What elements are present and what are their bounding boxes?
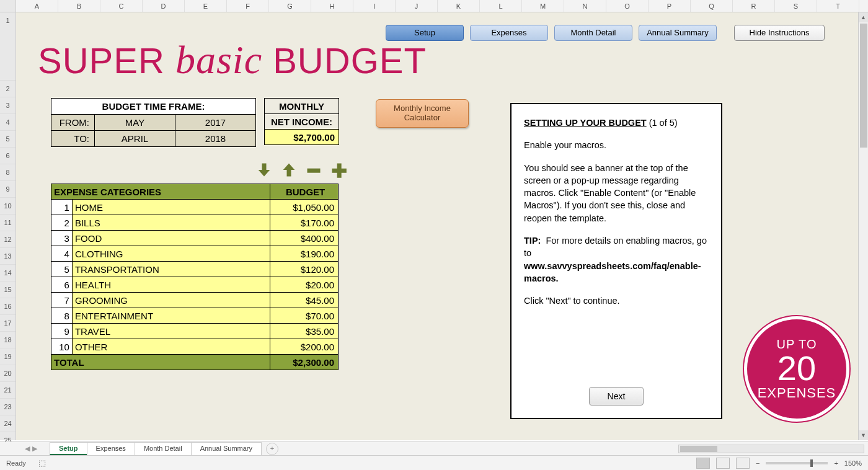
new-sheet-button[interactable]: + [266,443,278,455]
page-layout-view-button[interactable] [716,458,730,469]
nav-annual-summary-button[interactable]: Annual Summary [639,25,717,41]
scroll-down-icon[interactable]: ▼ [859,430,868,440]
column-header[interactable]: P [649,0,691,12]
vertical-scrollbar[interactable]: ▲ ▼ [858,12,868,440]
expense-name[interactable]: GROOMING [72,293,270,308]
row-header[interactable]: 6 [0,148,16,164]
column-header[interactable]: G [269,0,311,12]
expense-amount[interactable]: $400.00 [270,231,339,246]
plus-icon[interactable] [330,161,347,179]
netincome-amount[interactable]: $2,700.00 [265,130,339,145]
row-header[interactable]: 5 [0,131,16,148]
page-break-view-button[interactable] [736,458,750,469]
next-button[interactable]: Next [589,387,644,406]
sheet-tab-month-detail[interactable]: Month Detail [135,442,192,455]
horizontal-scrollbar[interactable] [678,445,864,453]
column-header[interactable]: B [58,0,100,12]
row-header[interactable]: 10 [0,198,16,215]
row-header[interactable]: 16 [0,298,16,315]
row-header[interactable]: 12 [0,231,16,248]
column-header[interactable]: E [185,0,227,12]
zoom-level[interactable]: 150% [844,459,862,467]
expense-name[interactable]: ENTERTAINMENT [72,308,270,324]
expense-amount[interactable]: $70.00 [270,308,339,324]
column-header[interactable]: F [227,0,269,12]
arrow-up-icon[interactable] [280,161,298,179]
expense-amount[interactable]: $35.00 [270,324,339,339]
row-header[interactable]: 13 [0,248,16,265]
expense-name[interactable]: BILLS [72,215,270,231]
column-header[interactable]: I [353,0,396,12]
row-header[interactable]: 17 [0,315,16,332]
expense-name[interactable]: TRAVEL [72,324,270,339]
expense-name[interactable]: HEALTH [72,277,270,293]
expense-amount[interactable]: $200.00 [270,339,339,355]
from-year[interactable]: 2017 [175,115,256,131]
column-header[interactable]: K [438,0,480,12]
row-header[interactable]: 2 [0,81,16,97]
arrow-down-icon[interactable] [255,161,273,179]
tab-nav-controls[interactable]: ◀▶ [25,445,37,453]
expense-name[interactable]: OTHER [72,339,270,355]
column-header[interactable]: S [775,0,817,12]
sheet-tab-annual-summary[interactable]: Annual Summary [191,442,262,455]
expense-amount[interactable]: $120.00 [270,262,339,277]
nav-setup-button[interactable]: Setup [386,25,464,41]
zoom-out-button[interactable]: − [756,459,760,467]
row-header[interactable]: 18 [0,332,16,348]
scroll-thumb[interactable] [860,24,867,148]
select-all-corner[interactable] [0,0,16,12]
macro-record-icon[interactable]: ⬚ [38,458,46,468]
expense-amount[interactable]: $170.00 [270,215,339,231]
nav-month-detail-button[interactable]: Month Detail [554,25,632,41]
expense-amount[interactable]: $1,050.00 [270,200,339,215]
to-month[interactable]: APRIL [95,131,175,147]
normal-view-button[interactable] [696,458,710,469]
column-header[interactable]: O [606,0,649,12]
zoom-slider[interactable] [766,462,828,464]
expense-amount[interactable]: $20.00 [270,277,339,293]
row-header[interactable]: 15 [0,282,16,298]
row-header[interactable]: 24 [0,415,16,432]
row-header[interactable]: 3 [0,97,16,114]
row-header[interactable]: 9 [0,181,16,198]
expense-amount[interactable]: $45.00 [270,293,339,308]
monthly-income-calculator-button[interactable]: Monthly Income Calculator [376,99,469,128]
hide-instructions-button[interactable]: Hide Instructions [734,25,825,41]
column-header[interactable]: A [16,0,58,12]
row-header[interactable]: 1 [0,12,16,81]
row-header[interactable]: 14 [0,265,16,282]
nav-expenses-button[interactable]: Expenses [470,25,548,41]
expense-amount[interactable]: $190.00 [270,246,339,262]
to-year[interactable]: 2018 [175,131,256,147]
row-header[interactable]: 8 [0,164,16,181]
hscroll-thumb[interactable] [680,446,717,452]
row-header[interactable]: 19 [0,348,16,365]
minus-icon[interactable] [305,161,322,179]
column-header[interactable]: R [733,0,775,12]
expense-name[interactable]: HOME [72,200,270,215]
row-header[interactable]: 20 [0,365,16,382]
column-header[interactable]: Q [691,0,733,12]
from-month[interactable]: MAY [95,115,175,131]
column-header[interactable]: M [522,0,564,12]
row-header[interactable]: 23 [0,399,16,415]
column-header[interactable]: L [480,0,522,12]
column-header[interactable]: D [143,0,185,12]
sheet-tab-setup[interactable]: Setup [50,442,87,455]
column-header[interactable]: C [100,0,143,12]
expense-name[interactable]: CLOTHING [72,246,270,262]
row-header[interactable]: 4 [0,114,16,131]
column-header[interactable]: J [396,0,438,12]
sheet-tab-expenses[interactable]: Expenses [87,442,135,455]
column-header[interactable]: N [564,0,606,12]
column-header[interactable]: T [817,0,859,12]
row-header[interactable]: 11 [0,215,16,231]
scroll-up-icon[interactable]: ▲ [859,12,868,22]
worksheet-area[interactable]: SUPER basic BUDGET SetupExpensesMonth De… [16,12,868,440]
row-header[interactable]: 21 [0,382,16,399]
expense-name[interactable]: TRANSPORTATION [72,262,270,277]
zoom-in-button[interactable]: + [834,459,838,467]
column-header[interactable]: H [311,0,353,12]
expense-name[interactable]: FOOD [72,231,270,246]
